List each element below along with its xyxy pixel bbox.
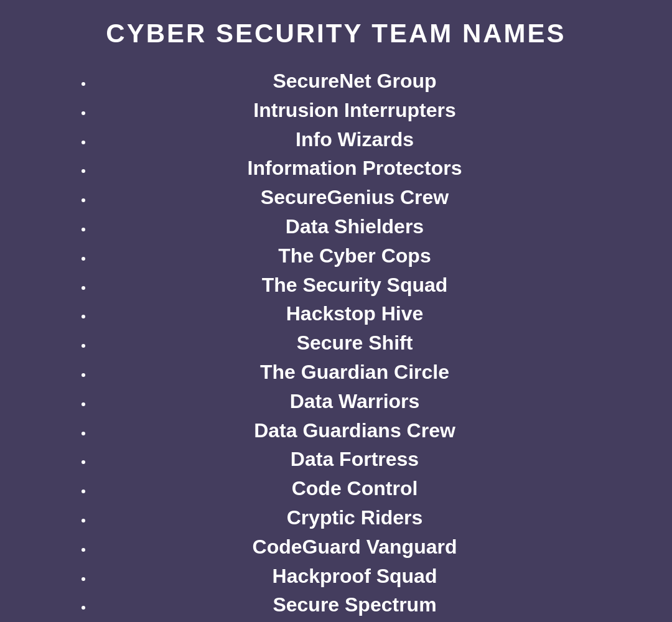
list-item: Data Guardians Crew [93,417,616,445]
list-item: Hackproof Squad [93,562,616,590]
list-item: CodeGuard Vanguard [93,533,616,561]
list-item: The Cyber Cops [93,242,616,270]
page-title: Cyber Security Team Names [106,19,566,49]
list-item: Information Protectors [93,154,616,182]
list-item: SecureNet Group [93,67,616,95]
list-item: Info Wizards [93,126,616,154]
list-item: The Guardian Circle [93,358,616,386]
list-item: Data Fortress [93,445,616,473]
list-item: Code Control [93,475,616,503]
list-item: Secure Spectrum [93,591,616,619]
list-item: Hackstop Hive [93,300,616,328]
list-item: Data Shielders [93,213,616,241]
list-item: Cryptic Riders [93,504,616,532]
list-item: Secure Shift [93,329,616,357]
list-item: Intrusion Interrupters [93,96,616,124]
list-container: SecureNet GroupIntrusion InterruptersInf… [12,67,660,622]
list-item: Data Warriors [93,388,616,415]
list-item: The Security Squad [93,271,616,299]
list-item: SecureGenius Crew [93,183,616,211]
team-names-list: SecureNet GroupIntrusion InterruptersInf… [56,67,616,622]
